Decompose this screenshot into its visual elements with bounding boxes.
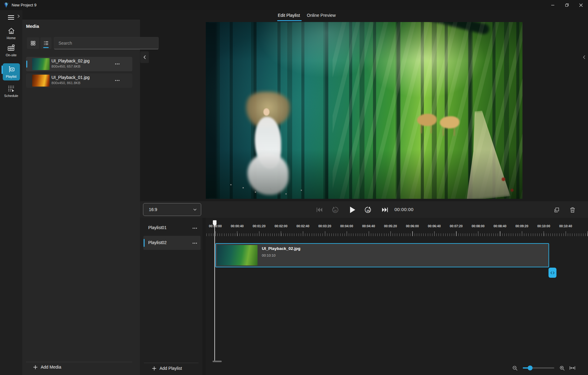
- rewind-15-button[interactable]: 15: [330, 205, 340, 214]
- rewind-15-icon: 15: [331, 206, 339, 214]
- timeline-panel: 00:00:00 00:00:40 00:01:20 00:02:00 00:0…: [206, 218, 588, 375]
- sidebar-item-home[interactable]: Home: [0, 27, 22, 40]
- media-item-meta: 800x450, 861.8KB: [51, 81, 81, 85]
- ruler-label: 00:08:00: [472, 224, 484, 228]
- resize-arrows-icon: [550, 271, 555, 274]
- media-item[interactable]: UI_Playback_02.jpg 800x450, 657.6KB: [26, 57, 132, 71]
- ruler-label: 00:05:20: [384, 224, 397, 228]
- playlist-name: Playlist02: [148, 240, 167, 245]
- list-view-button[interactable]: [40, 37, 51, 49]
- plus-icon: [152, 366, 156, 371]
- playlist-row[interactable]: Playlist01: [143, 222, 201, 233]
- skip-to-end-button[interactable]: [380, 205, 390, 214]
- rail-expand-chevron[interactable]: [17, 14, 20, 18]
- ruler-label: 00:02:40: [296, 224, 309, 228]
- delete-button[interactable]: [568, 205, 577, 214]
- aspect-ratio-select[interactable]: 16:9: [143, 203, 201, 216]
- playlist-row-selected[interactable]: Playlist02: [143, 236, 201, 250]
- playlist-panel-divider: [144, 363, 198, 363]
- app-window: New Project 9 Home: [0, 0, 588, 375]
- sidebar-item-onsite[interactable]: On-site: [0, 44, 22, 57]
- playlist-icon: [7, 65, 15, 73]
- media-item-meta: 800x450, 657.6KB: [51, 65, 81, 68]
- media-item-name: UI_Playback_01.jpg: [51, 75, 90, 80]
- duplicate-button[interactable]: [552, 205, 561, 214]
- chevron-down-icon: [193, 209, 197, 211]
- menu-hamburger-button[interactable]: [6, 13, 17, 22]
- ruler-label: 00:09:20: [515, 224, 528, 228]
- media-thumbnail: [32, 75, 50, 87]
- clip-resize-handle[interactable]: [548, 268, 556, 278]
- restore-button[interactable]: [560, 0, 574, 10]
- clip-name: UI_Playback_02.jpg: [262, 246, 300, 251]
- add-media-button[interactable]: Add Media: [33, 365, 61, 369]
- media-thumbnail: [32, 58, 50, 70]
- collapse-left-panel-button[interactable]: [140, 51, 149, 63]
- ruler-label: 00:07:20: [450, 224, 462, 228]
- fit-to-window-button[interactable]: [569, 366, 575, 370]
- media-panel: Media UI_Playback_02.jpg 800x450, 657.6K…: [22, 20, 140, 375]
- rewind-amount: 15: [334, 209, 337, 212]
- sidebar-item-label: Schedule: [0, 94, 22, 98]
- schedule-icon: [7, 84, 15, 93]
- media-panel-title: Media: [26, 24, 39, 29]
- ruler-label: 00:04:40: [362, 224, 375, 228]
- zoom-slider[interactable]: [523, 367, 554, 369]
- media-panel-divider: [26, 362, 132, 362]
- zoom-in-button[interactable]: [559, 365, 565, 371]
- tab-online-preview[interactable]: Online Preview: [307, 13, 336, 18]
- play-icon: [349, 206, 356, 213]
- timeline-clip[interactable]: UI_Playback_02.jpg 00:10:10: [215, 243, 549, 267]
- media-search: [54, 37, 159, 49]
- aspect-ratio-value: 16:9: [149, 207, 157, 212]
- ruler-label: 00:00:40: [231, 224, 243, 228]
- search-input[interactable]: [54, 37, 159, 49]
- ruler-label: 00:01:20: [253, 224, 266, 228]
- media-item[interactable]: UI_Playback_01.jpg 800x450, 861.8KB: [26, 73, 132, 88]
- sidebar-item-schedule[interactable]: Schedule: [0, 84, 22, 98]
- minimize-button[interactable]: [546, 0, 560, 10]
- tab-edit-playlist[interactable]: Edit Playlist: [278, 13, 300, 18]
- zoom-out-button[interactable]: [512, 365, 518, 371]
- media-item-name: UI_Playback_02.jpg: [51, 58, 90, 63]
- ruler-label: 00:06:40: [428, 224, 441, 228]
- add-media-label: Add Media: [41, 365, 61, 369]
- more-options-icon[interactable]: [191, 240, 198, 246]
- add-playlist-label: Add Playlist: [160, 366, 182, 371]
- close-button[interactable]: [574, 0, 588, 10]
- skip-to-start-button[interactable]: [314, 205, 325, 214]
- zoom-slider-thumb[interactable]: [528, 366, 533, 370]
- transport-bar: 16:9 15 15: [140, 201, 588, 218]
- playlist-name: Playlist01: [148, 225, 167, 230]
- grid-view-button[interactable]: [27, 37, 39, 49]
- tab-selected-underline: [277, 20, 302, 21]
- more-options-icon[interactable]: [114, 61, 121, 67]
- timeline-ruler-ticks[interactable]: [206, 230, 588, 236]
- timeline-horizontal-scrollbar[interactable]: [213, 361, 222, 362]
- vignette: [206, 22, 522, 199]
- sidebar-item-label: On-site: [0, 53, 22, 57]
- chevron-left-icon: [583, 55, 586, 59]
- ruler-label: 00:10:40: [559, 224, 572, 228]
- add-playlist-button[interactable]: Add Playlist: [152, 366, 182, 371]
- trash-icon: [570, 207, 575, 213]
- chevron-left-icon: [143, 55, 146, 59]
- playhead-line: [214, 221, 215, 361]
- ruler-label: 00:03:20: [318, 224, 331, 228]
- playlist-column: Playlist01 Playlist02 Add Playlist: [140, 218, 202, 375]
- collapse-right-panel-button[interactable]: [580, 51, 588, 63]
- more-options-icon[interactable]: [191, 225, 198, 231]
- onsite-icon: [7, 44, 15, 52]
- forward-15-icon: 15: [364, 206, 372, 214]
- zoom-out-icon: [512, 365, 518, 371]
- play-button[interactable]: [347, 205, 358, 214]
- title-bar: New Project 9: [0, 0, 588, 10]
- forward-15-button[interactable]: 15: [363, 205, 373, 214]
- more-options-icon[interactable]: [114, 78, 121, 83]
- playlist-selected-indicator: [144, 239, 145, 247]
- duplicate-icon: [554, 207, 560, 213]
- sidebar-item-playlist[interactable]: Playlist: [0, 65, 22, 78]
- clip-duration: 00:10:10: [262, 254, 276, 257]
- forward-amount: 15: [367, 209, 370, 212]
- ruler-label: 00:06:00: [406, 224, 419, 228]
